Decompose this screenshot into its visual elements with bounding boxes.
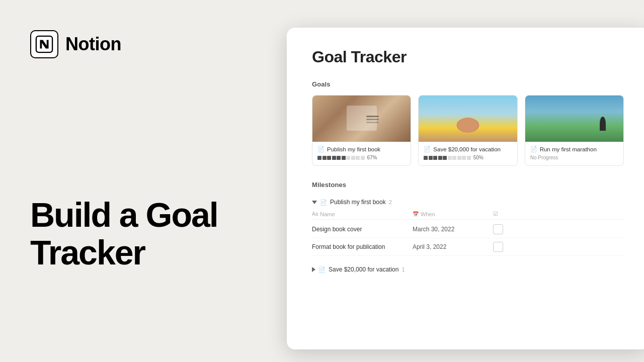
progress-bar-vacation: 50% (424, 155, 512, 160)
table-headers-book: Aa Name 📅 When ☑ (312, 209, 624, 220)
headline-line1: Build a Goal (30, 196, 218, 234)
progress-blocks-vacation (424, 156, 471, 160)
milestone-group-header-book[interactable]: 📄 Publish my first book 2 (312, 196, 624, 209)
milestones-section: Milestones 📄 Publish my first book 2 Aa … (312, 181, 624, 276)
block-f1 (317, 156, 321, 160)
block-v-e4 (462, 156, 466, 160)
block-v-f4 (438, 156, 442, 160)
block-v-f2 (429, 156, 433, 160)
td-done-checkbox-1[interactable] (493, 224, 503, 234)
expand-icon-vacation (312, 267, 315, 272)
block-v-e2 (452, 156, 456, 160)
goal-card-title-book: 📄 Publish my first book (317, 146, 406, 152)
th-when: 📅 When (413, 211, 493, 217)
headline-line2: Tracker (30, 233, 145, 272)
goal-card-image-beach (419, 96, 517, 142)
block-e3 (356, 156, 360, 160)
goal-card-marathon[interactable]: 📄 Run my first marathon No Progress (525, 95, 624, 166)
block-e1 (346, 156, 350, 160)
goal-card-image-runner (525, 96, 623, 142)
notion-ui-panel: Goal Tracker Goals 📄 Publish my first bo… (287, 28, 644, 349)
notion-svg (35, 35, 53, 53)
milestone-group-name-book: Publish my first book (330, 199, 386, 206)
td-name-2: Format book for publication (312, 243, 413, 250)
block-v-f1 (424, 156, 428, 160)
td-when-2: April 3, 2022 (413, 243, 493, 250)
block-v-e1 (448, 156, 452, 160)
doc-icon-ms2: 📄 (318, 266, 326, 273)
goals-grid: 📄 Publish my first book (312, 95, 624, 166)
td-when-1: March 30, 2022 (413, 226, 493, 233)
doc-icon: 📄 (317, 146, 325, 152)
th-done-icon: ☑ (493, 211, 498, 217)
milestone-group-vacation: 📄 Save $20,000 for vacation 1 (312, 263, 624, 276)
goal-card-body-book: 📄 Publish my first book (312, 142, 411, 165)
notion-logo-icon (30, 30, 58, 58)
block-v-e3 (457, 156, 461, 160)
progress-pct-vacation: 50% (473, 155, 484, 160)
doc-icon-2: 📄 (424, 146, 431, 152)
block-e2 (351, 156, 355, 160)
block-f6 (342, 156, 346, 160)
block-f5 (337, 156, 341, 160)
th-name: Aa Name (312, 211, 413, 217)
left-panel: Notion Build a Goal Tracker (0, 0, 282, 362)
goal-card-vacation[interactable]: 📄 Save $20,000 for vacation (418, 95, 517, 166)
progress-bar-book: 67% (317, 155, 406, 160)
td-done-checkbox-2[interactable] (493, 242, 503, 252)
expand-icon-book (312, 201, 317, 204)
progress-blocks-book (317, 156, 365, 160)
goal-card-image-notebook (312, 96, 411, 142)
goal-card-title-vacation: 📄 Save $20,000 for vacation (424, 146, 512, 152)
table-row-2[interactable]: Format book for publication April 3, 202… (312, 238, 624, 256)
th-done: ☑ (493, 211, 498, 217)
block-v-f5 (443, 156, 447, 160)
block-e4 (361, 156, 365, 160)
no-progress-label: No Progress (530, 155, 618, 160)
milestone-group-book: 📄 Publish my first book 2 Aa Name 📅 When… (312, 196, 624, 256)
goals-section-label: Goals (312, 80, 624, 88)
progress-pct-book: 67% (367, 155, 377, 160)
block-v-f3 (433, 156, 437, 160)
milestone-group-header-vacation[interactable]: 📄 Save $20,000 for vacation 1 (312, 263, 624, 276)
milestone-count-vacation: 1 (401, 266, 405, 273)
logo-area: Notion (30, 30, 252, 58)
block-f2 (323, 156, 327, 160)
milestone-group-name-vacation: Save $20,000 for vacation (329, 266, 398, 273)
goal-card-body-vacation: 📄 Save $20,000 for vacation (419, 142, 517, 165)
block-f3 (327, 156, 331, 160)
block-f4 (332, 156, 336, 160)
goals-section: Goals 📄 Publish my first book (312, 80, 624, 166)
page-title: Goal Tracker (312, 48, 624, 66)
doc-icon-3: 📄 (530, 146, 537, 152)
headline: Build a Goal Tracker (30, 196, 252, 332)
milestones-section-label: Milestones (312, 181, 624, 189)
table-row-1[interactable]: Design book cover March 30, 2022 (312, 221, 624, 238)
goal-card-body-marathon: 📄 Run my first marathon No Progress (525, 142, 623, 165)
doc-icon-ms1: 📄 (320, 199, 327, 206)
goal-card-title-marathon: 📄 Run my first marathon (530, 146, 618, 152)
td-name-1: Design book cover (312, 226, 413, 233)
brand-name: Notion (65, 34, 121, 55)
th-when-icon: 📅 (413, 211, 419, 217)
block-v-e5 (467, 156, 471, 160)
th-name-icon: Aa (312, 211, 318, 217)
goal-card-book[interactable]: 📄 Publish my first book (312, 95, 411, 166)
milestone-count-book: 2 (389, 199, 392, 205)
